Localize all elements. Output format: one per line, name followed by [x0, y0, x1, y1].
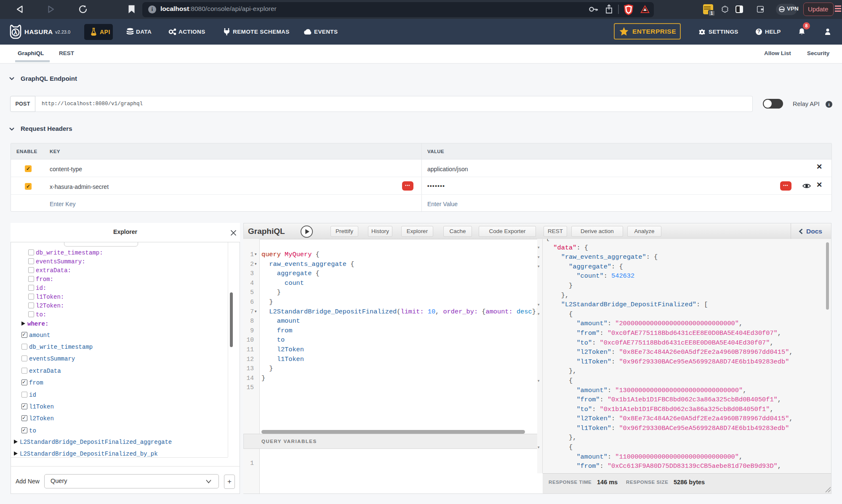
svg-text:λ: λ [14, 29, 18, 36]
